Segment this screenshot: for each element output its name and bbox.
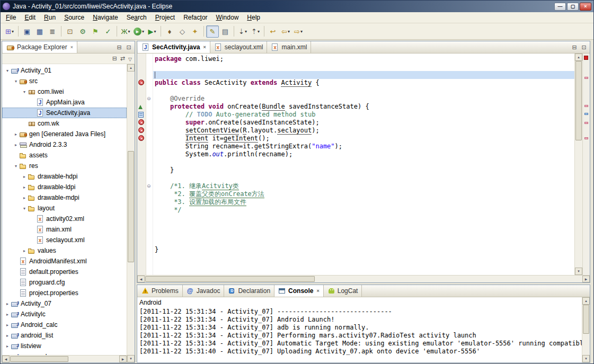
scroll-thumb[interactable] bbox=[145, 276, 315, 282]
close-tab-icon[interactable]: × bbox=[316, 288, 319, 294]
tree-item-secactivity-java[interactable]: SecActivity.java bbox=[2, 108, 127, 118]
error-marker-icon[interactable] bbox=[138, 119, 144, 125]
expander-icon[interactable]: ▸ bbox=[21, 185, 28, 190]
dropdown-arrow-icon[interactable]: ▾ bbox=[142, 29, 144, 34]
previous-annotation-button[interactable]: ⇡▾ bbox=[249, 25, 262, 38]
pink-overview-marker[interactable] bbox=[584, 122, 588, 124]
code-line[interactable]: protected void onCreate(Bundle savedInst… bbox=[155, 103, 574, 111]
tree-item-seclayout-xml[interactable]: seclayout.xml bbox=[2, 235, 127, 245]
tree-item-androidmanifest-xml[interactable]: AndroidManifest.xml bbox=[2, 256, 127, 267]
editor-hscrollbar[interactable] bbox=[137, 275, 590, 282]
dropdown-arrow-icon[interactable]: ▾ bbox=[288, 29, 290, 34]
run-button[interactable]: ▶▾ bbox=[132, 25, 146, 38]
tree-item-activitylc[interactable]: ▸Activitylc bbox=[2, 309, 127, 319]
close-tab-icon[interactable]: × bbox=[203, 45, 206, 50]
explorer-vscrollbar[interactable] bbox=[127, 64, 135, 362]
toggle-breadcrumb-button[interactable]: ▤ bbox=[219, 25, 232, 38]
blue-overview-marker[interactable] bbox=[584, 113, 588, 115]
last-edit-location-button[interactable]: ↩ bbox=[267, 25, 279, 38]
editor-vscrollbar[interactable] bbox=[574, 54, 582, 275]
menu-run[interactable]: Run bbox=[40, 13, 60, 22]
tree-item-android-2-3-3[interactable]: ▸Android 2.3.3 bbox=[2, 139, 127, 150]
code-line[interactable]: *3. 设置加载的布局文件 bbox=[155, 198, 574, 206]
code-line[interactable]: /*1. 继承Acitvity类 bbox=[155, 182, 574, 190]
scroll-thumb[interactable] bbox=[128, 151, 134, 262]
dropdown-arrow-icon[interactable]: ▾ bbox=[128, 29, 130, 34]
minimize-view-icon[interactable] bbox=[116, 44, 123, 51]
code-line[interactable]: String recname=it.getStringExtra("name")… bbox=[155, 143, 574, 150]
scroll-left-icon[interactable] bbox=[137, 276, 145, 282]
expander-icon[interactable]: ▸ bbox=[13, 132, 19, 137]
code-line[interactable] bbox=[153, 71, 574, 79]
tree-item-gen-generated-java-files[interactable]: ▸gen [Generated Java Files] bbox=[2, 129, 127, 139]
new-android-project-button[interactable]: ⚑ bbox=[89, 25, 102, 38]
tree-item-drawable-ldpi[interactable]: ▸drawable-ldpi bbox=[2, 182, 127, 192]
tree-item-activity-01[interactable]: ▾Activity_01 bbox=[2, 65, 127, 76]
new-wizard-button[interactable]: ⊞▾ bbox=[3, 25, 16, 38]
print-button[interactable]: ≣ bbox=[46, 25, 59, 38]
expander-icon[interactable]: ▸ bbox=[21, 174, 28, 179]
search-button[interactable]: ✦ bbox=[189, 25, 201, 38]
editor-tab-main-xml[interactable]: main.xml bbox=[267, 41, 311, 53]
mark-occurrences-button[interactable]: ✎ bbox=[206, 25, 219, 38]
expander-icon[interactable]: ▸ bbox=[21, 248, 28, 253]
back-button[interactable]: ⇦▾ bbox=[279, 25, 292, 38]
scroll-right-icon[interactable] bbox=[582, 276, 590, 282]
tab-javadoc[interactable]: Javadoc bbox=[183, 285, 225, 297]
external-tools-button[interactable]: ▶▾ bbox=[146, 25, 158, 38]
dropdown-arrow-icon[interactable]: ▾ bbox=[245, 29, 247, 34]
expander-icon[interactable]: ▾ bbox=[4, 68, 11, 73]
scroll-down-icon[interactable] bbox=[575, 268, 582, 275]
explorer-hscrollbar[interactable] bbox=[2, 355, 127, 362]
expander-icon[interactable]: ▾ bbox=[13, 164, 19, 168]
scroll-up-icon[interactable] bbox=[575, 54, 582, 61]
expander-icon[interactable]: ▸ bbox=[4, 323, 11, 327]
scroll-left-icon[interactable] bbox=[2, 356, 10, 362]
code-line[interactable]: */ bbox=[155, 206, 574, 214]
expander-icon[interactable]: ▸ bbox=[21, 196, 28, 200]
scroll-down-icon[interactable] bbox=[582, 355, 590, 362]
expander-icon[interactable]: ▾ bbox=[21, 90, 28, 94]
tree-item-progressbar[interactable]: ▸progressbar bbox=[2, 351, 127, 355]
expander-icon[interactable]: ▸ bbox=[4, 333, 11, 338]
minimize-editor-icon[interactable] bbox=[571, 44, 578, 51]
tree-item-drawable-hdpi[interactable]: ▸drawable-hdpi bbox=[2, 171, 127, 182]
tree-item-res[interactable]: ▾res bbox=[2, 161, 127, 171]
tree-item-android-calc[interactable]: ▸Android_calc bbox=[2, 319, 127, 330]
code-line[interactable] bbox=[155, 222, 574, 230]
collapse-region-icon[interactable]: ⊖ bbox=[147, 96, 151, 101]
android-sdk-manager-button[interactable]: ⚙ bbox=[76, 25, 89, 38]
tab-console[interactable]: Console× bbox=[274, 285, 324, 297]
scroll-down-icon[interactable] bbox=[127, 355, 135, 362]
link-with-editor-icon[interactable] bbox=[120, 55, 125, 62]
menu-navigate[interactable]: Navigate bbox=[88, 13, 122, 22]
tree-item-default-properties[interactable]: default.properties bbox=[2, 267, 127, 277]
new-java-project-button[interactable]: ⊡ bbox=[64, 25, 76, 38]
menu-refactor[interactable]: Refactor bbox=[179, 13, 211, 22]
tab-problems[interactable]: Problems bbox=[138, 285, 183, 297]
scroll-thumb[interactable] bbox=[10, 356, 68, 362]
save-button[interactable]: ▣ bbox=[21, 25, 33, 38]
code-line[interactable]: } bbox=[155, 166, 574, 174]
code-line[interactable]: public class SecActivity extends Activit… bbox=[155, 79, 574, 87]
tree-item-com-wk[interactable]: com.wk bbox=[2, 118, 127, 129]
menu-file[interactable]: File bbox=[2, 13, 20, 22]
collapse-region-icon[interactable]: ⊖ bbox=[147, 184, 151, 189]
tree-item-main-xml[interactable]: main.xml bbox=[2, 224, 127, 235]
scroll-thumb[interactable] bbox=[583, 305, 589, 334]
expander-icon[interactable]: ▾ bbox=[21, 206, 28, 211]
dropdown-arrow-icon[interactable]: ▾ bbox=[154, 29, 156, 34]
tree-item-com-liwei[interactable]: ▾com.liwei bbox=[2, 86, 127, 97]
tree-item-drawable-mdpi[interactable]: ▸drawable-mdpi bbox=[2, 192, 127, 203]
package-explorer-view-tab[interactable]: Package Explorer × bbox=[3, 41, 77, 53]
code-editor[interactable]: package com.liwei;public class SecActivi… bbox=[153, 54, 574, 275]
menu-project[interactable]: Project bbox=[151, 13, 179, 22]
code-line[interactable]: *2. 覆盖父类的onCreate方法 bbox=[155, 190, 574, 198]
scroll-right-icon[interactable] bbox=[119, 356, 127, 362]
code-line[interactable] bbox=[155, 158, 574, 166]
code-line[interactable]: System.out.println(recname); bbox=[155, 150, 574, 158]
override-marker-icon[interactable] bbox=[138, 105, 143, 109]
code-line[interactable]: @Override bbox=[155, 95, 574, 103]
expander-icon[interactable]: ▸ bbox=[4, 301, 11, 306]
editor-tab-seclayout-xml[interactable]: seclayout.xml bbox=[210, 41, 268, 53]
